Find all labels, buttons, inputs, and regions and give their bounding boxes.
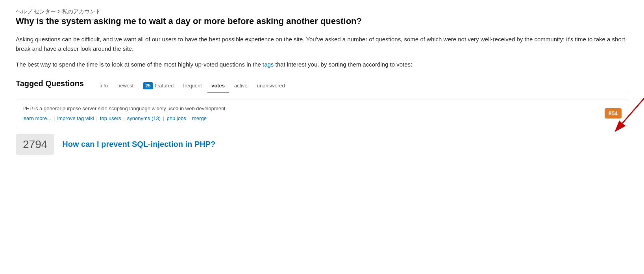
tab-unanswered[interactable]: unanswered xyxy=(253,80,289,93)
breadcrumb: ヘルプ センター > 私のアカウント xyxy=(16,8,628,15)
tag-link-synonyms[interactable]: synonyms (13) xyxy=(127,115,161,121)
tagged-questions-header: Tagged Questions infonewest25 featuredfr… xyxy=(16,79,628,93)
question-row: 2794How can I prevent SQL-injection in P… xyxy=(16,134,628,155)
tab-info[interactable]: info xyxy=(96,80,112,93)
tab-active[interactable]: active xyxy=(230,80,252,93)
tag-link-separator: | xyxy=(123,115,124,121)
tab-frequent[interactable]: frequent xyxy=(179,80,206,93)
body-paragraph-2: The best way to spend the time is to loo… xyxy=(16,60,628,69)
tag-link-top-users[interactable]: top users xyxy=(100,115,121,121)
page-title: Why is the system asking me to wait a da… xyxy=(16,15,628,28)
tag-link-improve-tag-wiki[interactable]: improve tag wiki xyxy=(57,115,94,121)
tag-info-wrapper: PHP is a general-purpose server side scr… xyxy=(16,100,628,127)
tag-links: learn more... | improve tag wiki | top u… xyxy=(22,115,622,121)
tab-featured[interactable]: 25 featured xyxy=(139,79,178,93)
tag-link-merge[interactable]: merge xyxy=(192,115,207,121)
question-title[interactable]: How can I prevent SQL-injection in PHP? xyxy=(62,140,215,149)
section-title: Tagged Questions xyxy=(16,79,84,92)
tag-link-separator: | xyxy=(96,115,98,121)
body-paragraph-1: Asking questions can be difficult, and w… xyxy=(16,35,628,54)
tab-badge-featured: 25 xyxy=(143,82,153,89)
vote-count: 2794 xyxy=(16,134,54,155)
tags-link[interactable]: tags xyxy=(263,61,274,68)
tag-link-separator: | xyxy=(189,115,190,121)
tag-count-badge: 854 xyxy=(605,108,622,118)
tab-navigation: infonewest25 featuredfrequentvotesactive… xyxy=(96,79,628,93)
tab-newest[interactable]: newest xyxy=(113,80,137,93)
tag-link-php-jobs[interactable]: php jobs xyxy=(167,115,186,121)
tag-link-separator: | xyxy=(54,115,55,121)
tab-votes[interactable]: votes xyxy=(207,80,229,93)
tag-link-learn-more[interactable]: learn more... xyxy=(22,115,51,121)
tag-info-box: PHP is a general-purpose server side scr… xyxy=(16,100,628,127)
tag-description: PHP is a general-purpose server side scr… xyxy=(22,106,622,111)
tag-link-separator: | xyxy=(163,115,164,121)
